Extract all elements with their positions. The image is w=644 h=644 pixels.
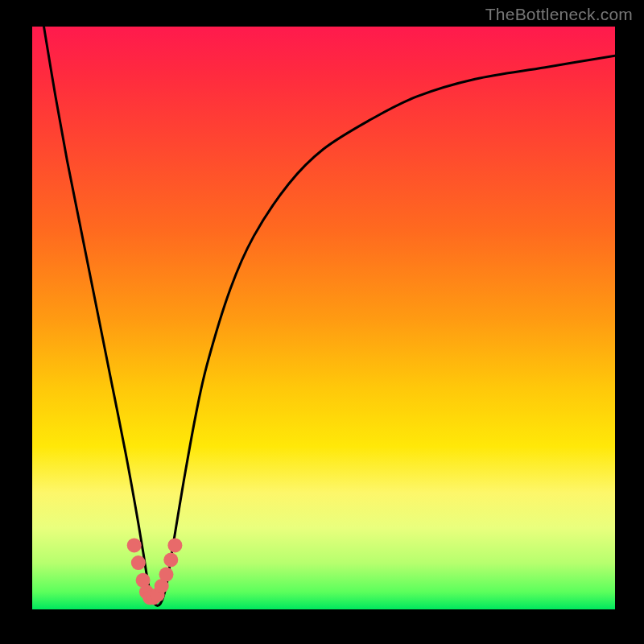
curve-layer [32,27,615,609]
marker-dot [159,568,174,582]
bottleneck-markers [127,538,183,605]
bottleneck-curve [44,27,616,606]
marker-dot [131,555,146,570]
chart-frame: TheBottleneck.com [0,0,644,644]
marker-dot [163,553,178,568]
watermark-text: TheBottleneck.com [485,5,633,24]
marker-dot [127,538,142,552]
plot-area [32,27,615,609]
marker-dot [167,538,182,552]
